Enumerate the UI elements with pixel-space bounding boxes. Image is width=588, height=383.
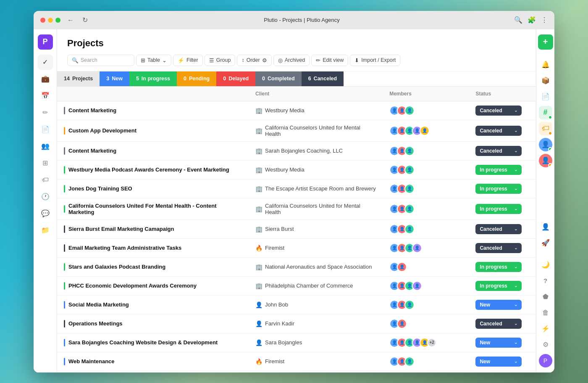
status-label: Canceled xyxy=(480,245,502,251)
table-row[interactable]: PHCC Economic Development Awards Ceremon… xyxy=(57,276,536,295)
table-row[interactable]: Email Marketing Team Administrative Task… xyxy=(57,238,536,257)
bolt-icon[interactable]: ⚡ xyxy=(539,322,552,335)
back-button[interactable]: ← xyxy=(66,16,76,25)
import-export-button[interactable]: ⬇ Import / Export xyxy=(350,55,400,66)
status-cell[interactable]: Canceled⌄ xyxy=(469,219,536,238)
status-completed[interactable]: 0 Completed xyxy=(255,71,302,86)
status-canceled[interactable]: 6 Canceled xyxy=(302,71,344,86)
status-badge[interactable]: Canceled⌄ xyxy=(475,319,522,329)
status-badge[interactable]: In progress⌄ xyxy=(475,165,522,175)
status-badge[interactable]: Canceled⌄ xyxy=(475,224,522,234)
status-cell[interactable]: New⌄ xyxy=(469,352,536,371)
status-cell[interactable]: In progress⌄ xyxy=(469,257,536,276)
table-row[interactable]: Content Marketing 🏢Westbury Media👤👤👤Canc… xyxy=(57,101,536,120)
status-badge[interactable]: New⌄ xyxy=(475,300,522,310)
sidebar-item-chat[interactable]: 💬 xyxy=(38,206,53,221)
notifications-icon[interactable]: 🔔 xyxy=(539,58,552,71)
sidebar-item-briefcase[interactable]: 💼 xyxy=(38,71,53,87)
sidebar-item-tag[interactable]: 🏷 xyxy=(38,172,53,188)
table-row[interactable]: Social Media Marketing 👤John Bob👤👤👤New⌄ xyxy=(57,295,536,314)
status-new[interactable]: 3 New xyxy=(100,71,129,86)
close-button[interactable] xyxy=(40,18,45,23)
table-row[interactable]: Stars and Galaxies Podcast Branding 🏢Nat… xyxy=(57,257,536,276)
person-add-icon[interactable]: 👤 xyxy=(539,220,552,234)
table-row[interactable]: California Counselors United For Mental … xyxy=(57,198,536,219)
menu-icon[interactable]: ⋮ xyxy=(541,16,548,24)
status-cell[interactable]: Canceled⌄ xyxy=(469,314,536,333)
status-badge[interactable]: Canceled⌄ xyxy=(475,146,522,156)
table-row[interactable]: Sara Bojangles Coaching Website Design &… xyxy=(57,333,536,352)
status-badge[interactable]: In progress⌄ xyxy=(475,184,522,194)
search-browser-icon[interactable]: 🔍 xyxy=(514,16,522,24)
filter-button[interactable]: ⚡ Filter xyxy=(173,55,203,66)
table-row[interactable]: Operations Meetings 👤Farvin Kadir👤👤Cance… xyxy=(57,314,536,333)
current-user-avatar[interactable]: P xyxy=(539,354,552,367)
status-badge[interactable]: Canceled⌄ xyxy=(475,243,522,253)
client-cell: 🏢Sarah Bojangles Coaching, LLC xyxy=(249,141,383,160)
group-button[interactable]: ☰ Group xyxy=(205,55,236,66)
extensions-icon[interactable]: 🧩 xyxy=(528,16,536,24)
client-name: National Aeronautics and Space Associati… xyxy=(265,264,372,270)
status-label: In progress xyxy=(480,283,507,289)
table-row[interactable]: Jones Dog Training SEO 🏢The Escape Artis… xyxy=(57,179,536,198)
table-button[interactable]: ⊞ Table ⌄ xyxy=(136,55,171,66)
settings-icon[interactable]: ⚙ xyxy=(539,338,552,351)
sidebar-item-tasks[interactable]: ✓ xyxy=(38,55,53,70)
status-all[interactable]: 14 Projects xyxy=(57,71,100,86)
table-row[interactable]: Sierra Burst Email Marketing Camapaign 🏢… xyxy=(57,219,536,238)
table-row[interactable]: Westbury Media Podcast Awards Ceremony -… xyxy=(57,160,536,179)
pages-icon[interactable]: 📄 xyxy=(539,90,552,103)
table-row[interactable]: Content Marketing 🏢Sarah Bojangles Coach… xyxy=(57,141,536,160)
status-cell[interactable]: In progress⌄ xyxy=(469,179,536,198)
fullscreen-button[interactable] xyxy=(55,18,60,23)
archived-button[interactable]: ◎ Archived xyxy=(273,55,310,66)
question-icon[interactable]: ? xyxy=(539,274,552,288)
app-logo[interactable]: P xyxy=(38,34,53,50)
sidebar-item-document[interactable]: 📄 xyxy=(38,122,53,137)
status-cell[interactable]: Canceled⌄ xyxy=(469,120,536,141)
status-cell[interactable]: Canceled⌄ xyxy=(469,101,536,120)
user-avatar-2[interactable]: 👤 xyxy=(539,154,552,167)
minimize-button[interactable] xyxy=(48,18,53,23)
sidebar-item-grid[interactable]: ⊞ xyxy=(38,156,53,171)
status-badge[interactable]: Canceled⌄ xyxy=(475,106,522,116)
sidebar-item-edit[interactable]: ✏ xyxy=(38,105,53,120)
trash-icon[interactable]: 🗑 xyxy=(539,306,552,320)
add-fab[interactable]: + xyxy=(538,34,553,50)
search-button[interactable]: 🔍 Search xyxy=(67,55,134,66)
status-cell[interactable]: In progress⌄ xyxy=(469,276,536,295)
status-cell[interactable]: In progress⌄ xyxy=(469,160,536,179)
edit-view-button[interactable]: ✏ Edit view xyxy=(311,55,348,66)
status-badge[interactable]: New⌄ xyxy=(475,338,522,348)
status-badge[interactable]: In progress⌄ xyxy=(475,204,522,214)
order-button[interactable]: ↕ Order ⚙ xyxy=(237,55,271,66)
status-cell[interactable]: In progress⌄ xyxy=(469,198,536,219)
sidebar-item-clock[interactable]: 🕐 xyxy=(38,189,53,204)
table-row[interactable]: Custom App Development 🏢California Couns… xyxy=(57,120,536,141)
hashtag-icon[interactable]: # xyxy=(539,106,552,119)
reload-button[interactable]: ↻ xyxy=(81,15,89,25)
status-badge[interactable]: In progress⌄ xyxy=(475,281,522,291)
hexagon-icon[interactable]: ⬟ xyxy=(539,290,552,304)
sidebar-item-calendar[interactable]: 📅 xyxy=(38,88,53,103)
sidebar-item-folder[interactable]: 📁 xyxy=(38,223,53,238)
status-badge[interactable]: New⌄ xyxy=(475,357,522,367)
status-badge[interactable]: In progress⌄ xyxy=(475,262,522,272)
sidebar-item-users[interactable]: 👥 xyxy=(38,139,53,154)
status-inprogress[interactable]: 5 In progress xyxy=(129,71,177,86)
user-avatar-1[interactable]: 👤 xyxy=(539,138,552,151)
status-cell[interactable]: New⌄ xyxy=(469,295,536,314)
inbox-icon[interactable]: 📦 xyxy=(539,74,552,87)
status-cell[interactable]: New⌄ xyxy=(469,333,536,352)
chevron-down-icon: ⌄ xyxy=(514,246,517,250)
table-row[interactable]: Web Maintenance 🔥Firemist👤👤👤New⌄ xyxy=(57,352,536,371)
status-pending[interactable]: 0 Pending xyxy=(177,71,216,86)
status-cell[interactable]: Canceled⌄ xyxy=(469,238,536,257)
status-cell[interactable]: Canceled⌄ xyxy=(469,141,536,160)
tag-icon[interactable]: 🏷 xyxy=(539,122,552,135)
rocket-icon[interactable]: 🚀 xyxy=(539,236,552,250)
status-badge[interactable]: Canceled⌄ xyxy=(475,126,522,136)
moon-icon[interactable]: 🌙 xyxy=(539,258,552,272)
status-delayed[interactable]: 0 Delayed xyxy=(216,71,255,86)
green-badge-2 xyxy=(548,147,552,151)
